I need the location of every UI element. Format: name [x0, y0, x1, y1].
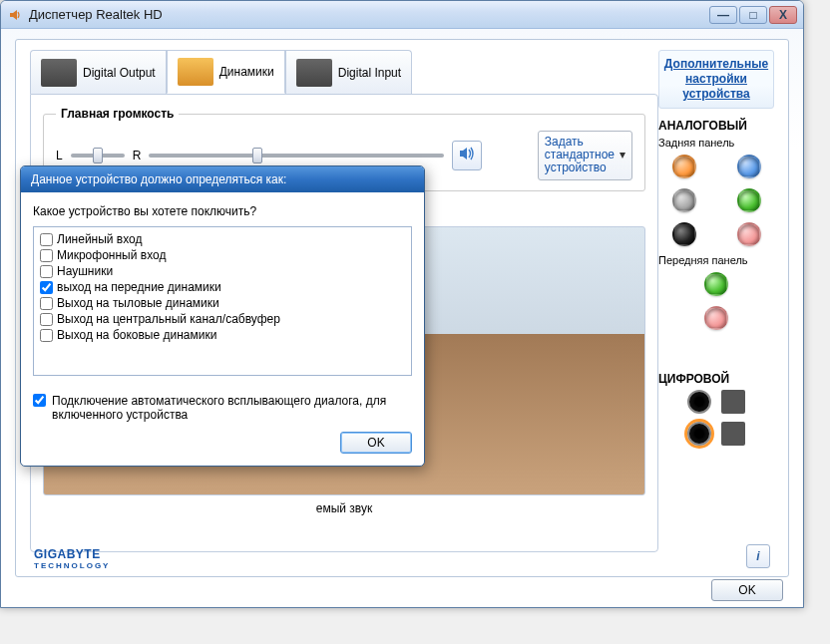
balance-l-label: L [56, 149, 63, 162]
main-ok-button[interactable]: OK [711, 579, 783, 601]
tab-label: Digital Output [83, 66, 156, 80]
checkbox[interactable] [40, 297, 53, 310]
analog-heading: АНАЛОГОВЫЙ [658, 119, 774, 133]
speakers-icon [178, 58, 213, 86]
jack-center-sub[interactable] [672, 155, 696, 178]
rear-panel-label: Задняя панель [658, 137, 774, 149]
device-icon [296, 59, 332, 87]
jack-mic-in[interactable] [737, 222, 761, 246]
option-line-in[interactable]: Линейный вход [40, 231, 405, 247]
jack-side[interactable] [672, 188, 696, 212]
digital-row-1 [658, 390, 774, 414]
checkbox[interactable] [40, 281, 53, 294]
jack-front-out[interactable] [737, 188, 761, 212]
checkbox[interactable] [40, 313, 53, 326]
option-rear-speakers[interactable]: Выход на тыловые динамики [40, 295, 405, 311]
scene-caption: емый звук [43, 501, 645, 515]
jack-rear-out[interactable] [672, 222, 696, 246]
option-mic-in[interactable]: Микрофонный вход [40, 247, 405, 263]
volume-slider[interactable] [149, 154, 443, 158]
checkbox[interactable] [40, 329, 53, 342]
option-front-speakers[interactable]: выход на передние динамики [40, 279, 405, 295]
checkbox[interactable] [40, 265, 53, 278]
dialog-title[interactable]: Данное устройство должно определяться ка… [21, 166, 424, 192]
tab-speakers[interactable]: Динамики [167, 50, 285, 94]
brand-logo: GIGABYTE TECHNOLOGY [34, 545, 110, 570]
tab-label: Динамики [219, 65, 274, 79]
balance-slider[interactable] [71, 154, 125, 158]
main-footer: OK [711, 579, 783, 601]
device-icon [41, 59, 77, 87]
option-headphones[interactable]: Наушники [40, 263, 405, 279]
jack-line-in[interactable] [737, 155, 761, 178]
dialog-question: Какое устройство вы хотете поключить? [33, 204, 412, 218]
window-title: Диспетчер Realtek HD [29, 7, 709, 22]
right-panel: Дополнительные настройки устройства АНАЛ… [658, 50, 774, 548]
mute-button[interactable] [452, 141, 482, 170]
dialog-footer: OK [33, 432, 412, 454]
digital-heading: ЦИФРОВОЙ [658, 372, 774, 386]
info-button[interactable]: i [746, 544, 770, 568]
front-jack-grid [658, 272, 774, 330]
device-retask-dialog: Данное устройство должно определяться ка… [20, 165, 425, 467]
spdif-jack-icon[interactable] [687, 390, 711, 414]
tab-digital-input[interactable]: Digital Input [285, 50, 412, 94]
auto-popup-checkbox[interactable] [33, 394, 46, 407]
jack-front-headphone[interactable] [704, 272, 728, 296]
advanced-settings-link[interactable]: Дополнительные настройки устройства [658, 50, 774, 109]
titlebar[interactable]: Диспетчер Realtek HD — □ X [1, 1, 803, 29]
minimize-button[interactable]: — [709, 6, 737, 24]
close-button[interactable]: X [769, 6, 797, 24]
app-icon [7, 7, 23, 23]
rear-jack-grid [658, 155, 774, 246]
device-tabs: Digital Output Динамики Digital Input [30, 50, 412, 94]
maximize-button[interactable]: □ [739, 6, 767, 24]
dialog-ok-button[interactable]: OK [340, 432, 412, 454]
tab-digital-output[interactable]: Digital Output [30, 50, 167, 94]
speaker-icon [458, 145, 476, 165]
set-default-device-button[interactable]: Задать стандартное устройство ▾ [538, 131, 632, 180]
option-center-sub[interactable]: Выход на центральный канал/сабвуфер [40, 311, 405, 327]
checkbox[interactable] [40, 249, 53, 262]
checkbox[interactable] [40, 233, 53, 246]
window-controls: — □ X [709, 6, 797, 24]
optical-plate-icon[interactable] [721, 390, 745, 414]
dialog-body: Какое устройство вы хотете поключить? Ли… [21, 192, 424, 466]
balance-r-label: R [133, 149, 142, 162]
front-panel-label: Передняя панель [658, 254, 774, 266]
optical-plate-icon[interactable] [721, 422, 745, 446]
jack-front-mic[interactable] [704, 306, 728, 330]
auto-popup-option[interactable]: Подключение автоматического всплывающего… [33, 394, 412, 422]
chevron-down-icon: ▾ [620, 149, 625, 161]
spdif-jack-active-icon[interactable] [687, 422, 711, 446]
digital-row-2 [658, 422, 774, 446]
tab-label: Digital Input [338, 66, 401, 80]
option-side-speakers[interactable]: Выход на боковые динамики [40, 327, 405, 343]
volume-legend: Главная громкость [56, 107, 179, 121]
device-option-list[interactable]: Линейный вход Микрофонный вход Наушники … [33, 226, 412, 376]
